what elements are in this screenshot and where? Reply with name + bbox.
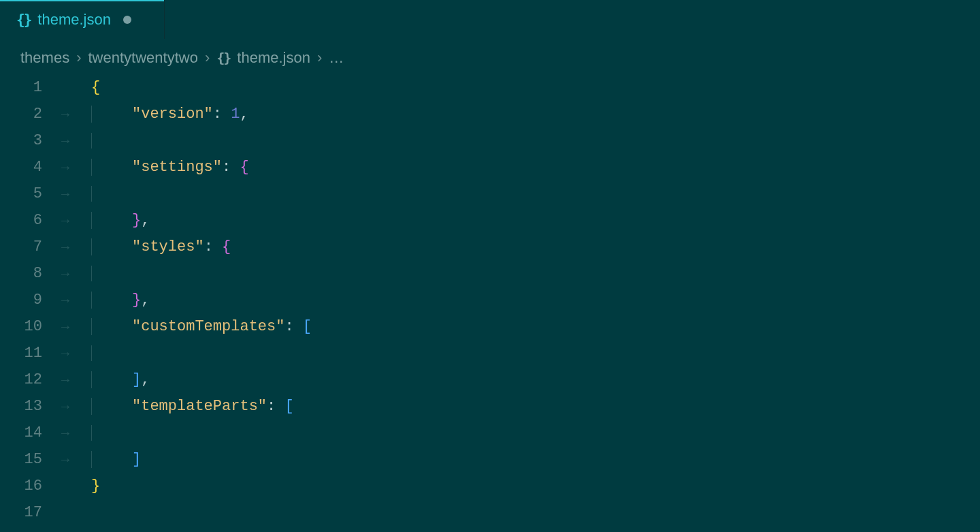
token: "styles"	[132, 238, 204, 255]
code-content[interactable]: →	[61, 133, 980, 148]
braces-icon: {}	[16, 12, 31, 28]
token: {	[213, 238, 231, 255]
line-number: 11	[0, 345, 61, 362]
token: "customTemplates"	[132, 318, 284, 335]
chevron-right-icon: ›	[76, 49, 81, 67]
code-line[interactable]: 5→	[0, 181, 980, 207]
line-number: 8	[0, 265, 61, 282]
code-content[interactable]: →	[61, 186, 980, 202]
code-content[interactable]: →"styles": {	[61, 238, 980, 255]
token: [	[276, 398, 293, 415]
whitespace-tab-icon: →	[61, 346, 102, 362]
breadcrumb-item[interactable]: theme.json	[237, 49, 310, 67]
braces-icon: {}	[216, 50, 230, 66]
token: ]	[132, 371, 141, 388]
code-content[interactable]: →	[61, 345, 980, 361]
whitespace-tab-icon: →	[61, 452, 102, 468]
code-line[interactable]: 11→	[0, 340, 980, 366]
code-line[interactable]: 3→	[0, 127, 980, 154]
breadcrumb-item[interactable]: themes	[20, 49, 69, 67]
code-content[interactable]: →},	[61, 212, 980, 229]
code-content[interactable]: →"customTemplates": [	[61, 318, 980, 335]
token: :	[267, 398, 276, 415]
code-content[interactable]: →"settings": {	[61, 159, 980, 176]
whitespace-tab-icon: →	[61, 134, 102, 149]
whitespace-tab-icon: →	[61, 266, 102, 282]
code-line[interactable]: 13→"templateParts": [	[0, 393, 980, 420]
code-line[interactable]: 4→"settings": {	[0, 154, 980, 181]
chevron-right-icon: ›	[205, 49, 210, 67]
token: "templateParts"	[132, 398, 267, 415]
tab-theme-json[interactable]: {} theme.json	[0, 0, 165, 39]
code-line[interactable]: 14→	[0, 420, 980, 446]
code-content[interactable]: {	[61, 79, 980, 96]
token: }	[91, 478, 100, 495]
whitespace-tab-icon: →	[61, 319, 102, 335]
line-number: 10	[0, 318, 61, 335]
token: {	[91, 79, 100, 96]
code-content[interactable]: }	[61, 478, 980, 495]
code-editor[interactable]: 1 {2→"version": 1,3→4→"settings": {5→6→}…	[0, 72, 980, 526]
code-line[interactable]: 17	[0, 499, 980, 526]
code-line[interactable]: 2→"version": 1,	[0, 101, 980, 127]
token: :	[222, 159, 231, 176]
whitespace-tab-icon: →	[61, 373, 102, 388]
token: ]	[132, 451, 141, 468]
code-content[interactable]: →]	[61, 451, 980, 468]
line-number: 4	[0, 159, 61, 176]
token: "version"	[132, 106, 213, 123]
breadcrumb-item[interactable]: twentytwentytwo	[88, 49, 197, 67]
token: :	[204, 238, 213, 255]
token: ,	[141, 371, 150, 388]
token: {	[231, 159, 248, 176]
token: :	[213, 106, 222, 123]
line-number: 9	[0, 292, 61, 309]
token: ,	[141, 212, 150, 229]
chevron-right-icon: ›	[317, 49, 322, 67]
code-line[interactable]: 7→"styles": {	[0, 234, 980, 260]
breadcrumb-item[interactable]: …	[329, 49, 344, 67]
code-content[interactable]: →	[61, 266, 980, 281]
unsaved-dot-icon[interactable]	[123, 16, 131, 24]
line-number: 5	[0, 185, 61, 202]
whitespace-tab-icon: →	[61, 293, 102, 309]
whitespace-tab-icon: →	[61, 399, 102, 415]
whitespace-tab-icon: →	[61, 426, 102, 441]
line-number: 3	[0, 132, 61, 149]
line-number: 16	[0, 478, 61, 495]
breadcrumb: themes › twentytwentytwo › {} theme.json…	[0, 44, 980, 72]
code-line[interactable]: 15→]	[0, 446, 980, 473]
code-line[interactable]: 8→	[0, 260, 980, 287]
token: ,	[240, 106, 248, 123]
line-number: 17	[0, 504, 61, 521]
code-content[interactable]: →"version": 1,	[61, 106, 980, 123]
code-line[interactable]: 16 }	[0, 473, 980, 499]
code-content[interactable]: →"templateParts": [	[61, 398, 980, 415]
code-content[interactable]: →	[61, 425, 980, 441]
token: ,	[141, 292, 150, 309]
code-content[interactable]: →},	[61, 292, 980, 309]
line-number: 15	[0, 451, 61, 468]
whitespace-tab-icon: →	[61, 240, 102, 255]
code-line[interactable]: 9→},	[0, 287, 980, 313]
line-number: 6	[0, 212, 61, 229]
code-line[interactable]: 10→"customTemplates": [	[0, 313, 980, 340]
token: "settings"	[132, 159, 222, 176]
line-number: 14	[0, 424, 61, 441]
code-line[interactable]: 1 {	[0, 74, 980, 101]
code-content[interactable]	[61, 504, 980, 521]
token: [	[294, 318, 312, 335]
tab-bar: {} theme.json	[0, 0, 980, 39]
code-content[interactable]: →],	[61, 371, 980, 388]
line-number: 2	[0, 106, 61, 123]
token: 1	[222, 106, 240, 123]
tab-label: theme.json	[37, 11, 111, 29]
token: :	[284, 318, 293, 335]
whitespace-tab-icon: →	[61, 187, 102, 202]
line-number: 1	[0, 79, 61, 96]
line-number: 13	[0, 398, 61, 415]
line-number: 7	[0, 238, 61, 255]
code-line[interactable]: 6→},	[0, 207, 980, 234]
code-line[interactable]: 12→],	[0, 366, 980, 393]
whitespace-tab-icon: →	[61, 213, 102, 229]
